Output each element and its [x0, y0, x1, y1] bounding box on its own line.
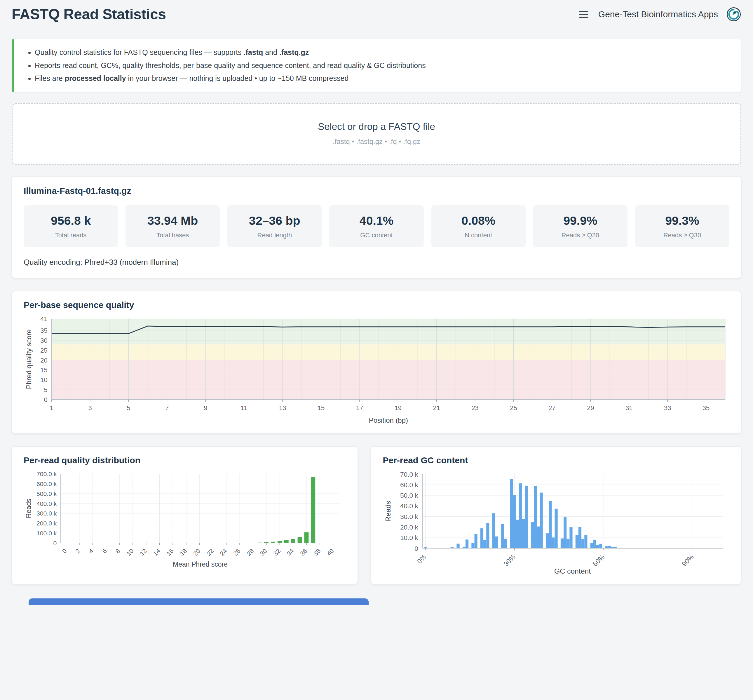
- gc-content-title: Per-read GC content: [383, 455, 730, 465]
- per-base-quality-card: Per-base sequence quality 13579111315171…: [12, 291, 741, 433]
- svg-text:11: 11: [241, 404, 247, 411]
- quality-distribution-title: Per-read quality distribution: [23, 455, 346, 465]
- file-dropzone[interactable]: Select or drop a FASTQ file .fastq • .fa…: [12, 103, 741, 165]
- page-title: FASTQ Read Statistics: [12, 6, 166, 23]
- svg-text:8: 8: [114, 547, 122, 555]
- svg-text:10: 10: [40, 376, 47, 384]
- svg-text:60.0 k: 60.0 k: [400, 481, 418, 489]
- gc-content-chart: 0%30%60%90%010.0 k20.0 k30.0 k40.0 k50.0…: [383, 471, 730, 577]
- svg-text:20: 20: [40, 356, 47, 364]
- svg-text:14: 14: [152, 547, 161, 557]
- quality-encoding-text: Quality encoding: Phred+33 (modern Illum…: [23, 258, 730, 267]
- svg-text:23: 23: [471, 404, 478, 411]
- stat-label: N content: [434, 231, 523, 239]
- svg-text:35: 35: [703, 404, 709, 411]
- dropzone-title: Select or drop a FASTQ file: [19, 121, 734, 132]
- quality-distribution-card: Per-read quality distribution 0246810121…: [12, 446, 358, 584]
- svg-text:2: 2: [74, 547, 81, 555]
- svg-text:38: 38: [312, 547, 322, 557]
- svg-text:1: 1: [50, 404, 53, 411]
- svg-text:34: 34: [286, 547, 295, 557]
- info-bullet-list: Quality control statistics for FASTQ seq…: [22, 47, 732, 84]
- svg-text:16: 16: [165, 547, 175, 557]
- svg-text:32: 32: [272, 547, 282, 557]
- svg-text:400.0 k: 400.0 k: [36, 500, 57, 507]
- svg-text:17: 17: [356, 404, 363, 411]
- svg-text:70.0 k: 70.0 k: [400, 471, 418, 478]
- svg-text:25: 25: [40, 347, 47, 354]
- svg-text:500.0 k: 500.0 k: [36, 491, 57, 497]
- svg-text:90%: 90%: [681, 553, 695, 568]
- stat-value: 33.94 Mb: [128, 214, 217, 228]
- svg-text:31: 31: [625, 404, 633, 411]
- info-banner: Quality control statistics for FASTQ seq…: [12, 39, 741, 92]
- svg-text:Position (bp): Position (bp): [369, 416, 408, 424]
- stat-box: 32–36 bpRead length: [227, 205, 322, 247]
- gene-test-logo-icon: [726, 7, 741, 22]
- stats-row: 956.8 kTotal reads33.94 MbTotal bases32–…: [23, 205, 730, 247]
- svg-text:28: 28: [245, 547, 255, 557]
- svg-text:5: 5: [44, 386, 48, 394]
- stat-value: 99.3%: [637, 214, 727, 228]
- svg-text:33: 33: [664, 404, 671, 411]
- info-bullet: Reports read count, GC%, quality thresho…: [35, 60, 732, 71]
- svg-text:36: 36: [299, 547, 308, 557]
- svg-text:22: 22: [205, 547, 215, 557]
- app-suite-label[interactable]: Gene-Test Bioinformatics Apps: [598, 9, 718, 19]
- svg-text:GC content: GC content: [554, 567, 591, 575]
- stat-label: Read length: [230, 231, 319, 239]
- svg-text:0%: 0%: [416, 553, 428, 565]
- stat-label: Total bases: [128, 231, 217, 239]
- stat-box: 40.1%GC content: [329, 205, 423, 247]
- svg-text:30%: 30%: [502, 553, 517, 568]
- bottom-charts-grid: Per-read quality distribution 0246810121…: [12, 446, 741, 584]
- stat-label: Reads ≥ Q30: [637, 231, 727, 239]
- svg-text:0: 0: [53, 539, 57, 546]
- per-base-quality-chart: 1357911131517192123252729313335051015202…: [23, 316, 730, 426]
- per-base-quality-title: Per-base sequence quality: [23, 300, 730, 310]
- quality-distribution-chart: 0246810121416182022242628303234363840010…: [23, 471, 346, 570]
- svg-text:19: 19: [395, 404, 401, 411]
- svg-text:600.0 k: 600.0 k: [36, 480, 57, 487]
- svg-text:6: 6: [101, 547, 108, 555]
- stat-value: 99.9%: [536, 214, 625, 228]
- svg-text:9: 9: [204, 404, 207, 411]
- svg-text:30: 30: [259, 547, 268, 557]
- stat-value: 956.8 k: [26, 214, 116, 228]
- bottom-cropped-bar[interactable]: [29, 598, 369, 605]
- svg-text:50.0 k: 50.0 k: [400, 492, 418, 499]
- svg-text:Mean Phred score: Mean Phred score: [173, 560, 228, 568]
- info-bullet: Quality control statistics for FASTQ seq…: [35, 47, 732, 58]
- svg-text:3: 3: [88, 404, 92, 411]
- stat-value: 32–36 bp: [230, 214, 319, 228]
- stat-box: 956.8 kTotal reads: [23, 205, 118, 247]
- svg-text:20: 20: [192, 547, 202, 557]
- stat-label: Reads ≥ Q20: [536, 231, 625, 239]
- svg-text:30.0 k: 30.0 k: [400, 513, 418, 520]
- svg-text:18: 18: [179, 547, 188, 557]
- svg-text:30: 30: [40, 337, 47, 344]
- svg-text:40.0 k: 40.0 k: [400, 502, 418, 510]
- svg-text:21: 21: [433, 404, 440, 411]
- info-bullet: Files are processed locally in your brow…: [35, 73, 732, 84]
- svg-text:700.0 k: 700.0 k: [36, 471, 57, 477]
- svg-text:27: 27: [548, 404, 555, 411]
- svg-text:15: 15: [317, 404, 325, 411]
- svg-text:20.0 k: 20.0 k: [400, 523, 418, 531]
- gc-content-card: Per-read GC content 0%30%60%90%010.0 k20…: [371, 446, 741, 584]
- svg-text:60%: 60%: [591, 553, 606, 568]
- svg-text:12: 12: [138, 547, 148, 557]
- svg-text:100.0 k: 100.0 k: [36, 530, 57, 536]
- svg-text:13: 13: [279, 404, 286, 411]
- svg-text:25: 25: [510, 404, 517, 411]
- stat-box: 99.9%Reads ≥ Q20: [533, 205, 628, 247]
- hamburger-menu-icon[interactable]: [577, 9, 590, 20]
- svg-text:15: 15: [40, 366, 47, 373]
- svg-text:40: 40: [325, 547, 335, 557]
- svg-text:0: 0: [61, 547, 68, 555]
- svg-text:Reads: Reads: [25, 498, 33, 518]
- svg-text:24: 24: [219, 547, 228, 557]
- svg-text:26: 26: [232, 547, 242, 557]
- svg-text:35: 35: [40, 327, 47, 334]
- dropzone-extensions: .fastq • .fastq.gz • .fq • .fq.gz: [19, 138, 734, 146]
